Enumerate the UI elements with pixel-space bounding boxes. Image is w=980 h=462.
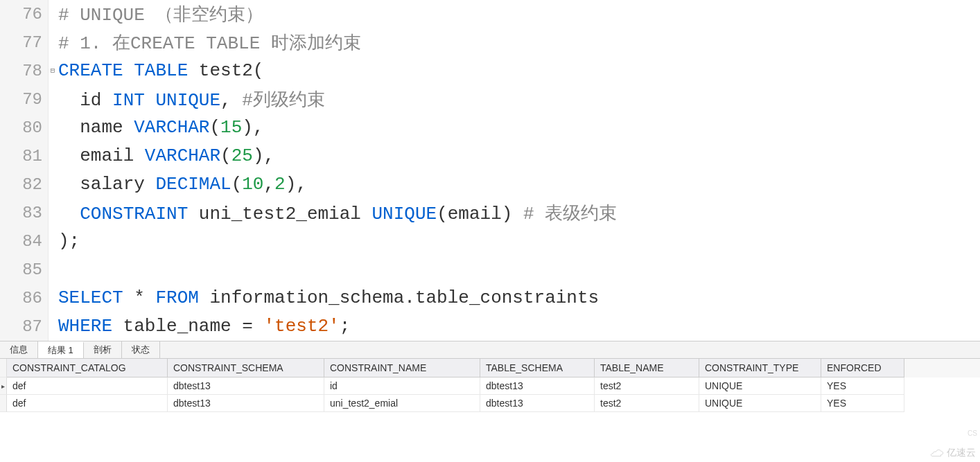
code-content[interactable]: CONSTRAINT uni_test2_emial UNIQUE(email)… [57,199,617,229]
code-content[interactable]: ); [57,227,80,256]
cell[interactable]: dbtest13 [168,395,324,412]
code-line[interactable]: 84); [0,227,980,256]
cell[interactable]: UNIQUE [699,395,821,412]
cell[interactable]: uni_test2_emial [324,395,480,412]
cell[interactable]: def [7,395,168,412]
fold-marker[interactable]: ⊟ [49,57,57,85]
code-line[interactable]: 76# UNIQUE （非空约束） [0,0,980,28]
result-tabs: 信息结果 1剖析状态 [0,341,980,359]
line-number: 86 [0,284,49,312]
cell[interactable]: dbtest13 [168,377,324,395]
code-content[interactable]: email VARCHAR(25), [57,142,274,170]
code-content[interactable]: CREATE TABLE test2( [57,57,263,85]
watermark-text: 亿速云 [947,447,976,459]
code-line[interactable]: 82 salary DECIMAL(10,2), [0,170,980,199]
code-line[interactable]: 86SELECT * FROM information_schema.table… [0,284,980,312]
table-row[interactable]: ▸defdbtest13iddbtest13test2UNIQUEYES [0,377,980,395]
row-indicator [0,395,7,412]
watermark: 亿速云 [929,447,976,459]
code-line[interactable]: 87WHERE table_name = 'test2'; [0,312,980,341]
line-number: 84 [0,227,49,256]
code-line[interactable]: 81 email VARCHAR(25), [0,142,980,170]
column-header[interactable]: CONSTRAINT_NAME [324,359,480,377]
table-row[interactable]: defdbtest13uni_test2_emialdbtest13test2U… [0,395,980,412]
cs-mark: CS [968,429,977,437]
line-number: 82 [0,170,49,199]
line-number: 80 [0,114,49,142]
results-grid: CONSTRAINT_CATALOGCONSTRAINT_SCHEMACONST… [0,359,980,412]
cell[interactable]: dbtest13 [480,395,595,412]
cloud-icon [929,448,944,458]
code-line[interactable]: 85 [0,256,980,284]
line-number: 83 [0,199,49,227]
cell[interactable]: id [324,377,480,395]
cell[interactable]: YES [821,395,904,412]
column-header[interactable]: CONSTRAINT_SCHEMA [168,359,324,377]
line-number: 79 [0,85,49,114]
results-body: ▸defdbtest13iddbtest13test2UNIQUEYESdefd… [0,377,980,412]
cell[interactable]: test2 [595,395,699,412]
column-header[interactable]: CONSTRAINT_TYPE [699,359,821,377]
column-header[interactable]: TABLE_SCHEMA [480,359,595,377]
tab-剖析[interactable]: 剖析 [84,341,122,358]
code-content[interactable]: SELECT * FROM information_schema.table_c… [57,284,599,312]
code-line[interactable]: 77# 1. 在CREATE TABLE 时添加约束 [0,28,980,57]
column-header[interactable]: TABLE_NAME [595,359,699,377]
code-content[interactable]: WHERE table_name = 'test2'; [57,312,350,341]
results-header-row: CONSTRAINT_CATALOGCONSTRAINT_SCHEMACONST… [0,359,980,377]
cell[interactable]: test2 [595,377,699,395]
code-line[interactable]: 79 id INT UNIQUE, #列级约束 [0,85,980,114]
cell[interactable]: dbtest13 [480,377,595,395]
code-content[interactable]: # 1. 在CREATE TABLE 时添加约束 [57,28,361,58]
cell[interactable]: YES [821,377,904,395]
code-line[interactable]: 83 CONSTRAINT uni_test2_emial UNIQUE(ema… [0,199,980,227]
code-content[interactable]: # UNIQUE （非空约束） [57,0,263,30]
line-number: 87 [0,312,49,341]
code-line[interactable]: 78⊟CREATE TABLE test2( [0,57,980,85]
code-content[interactable]: name VARCHAR(15), [57,114,264,142]
line-number: 78 [0,57,49,85]
code-line[interactable]: 80 name VARCHAR(15), [0,114,980,142]
column-header[interactable]: ENFORCED [821,359,904,377]
line-number: 76 [0,0,49,28]
code-content[interactable]: id INT UNIQUE, #列级约束 [57,85,325,115]
code-editor[interactable]: 76# UNIQUE （非空约束）77# 1. 在CREATE TABLE 时添… [0,0,980,341]
row-indicator: ▸ [0,377,7,395]
cell[interactable]: UNIQUE [699,377,821,395]
line-number: 85 [0,256,49,284]
cell[interactable]: def [7,377,168,395]
column-header[interactable]: CONSTRAINT_CATALOG [7,359,168,377]
line-number: 81 [0,142,49,170]
row-indicator-header [0,359,7,377]
tab-信息[interactable]: 信息 [0,341,38,358]
code-content[interactable]: salary DECIMAL(10,2), [57,170,307,199]
tab-状态[interactable]: 状态 [122,341,160,358]
line-number: 77 [0,28,49,57]
tab-结果 1[interactable]: 结果 1 [38,341,84,358]
